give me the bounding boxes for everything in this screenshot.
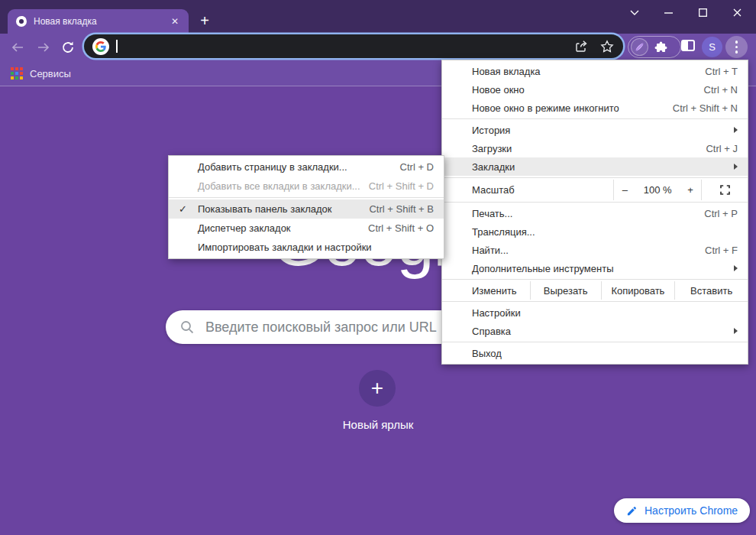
title-bar: Новая вкладка ✕ + — [0, 0, 756, 34]
fullscreen-icon — [720, 185, 730, 195]
reload-button[interactable] — [57, 36, 79, 59]
address-bar[interactable] — [84, 34, 623, 58]
submenu-arrow-icon — [734, 265, 738, 271]
browser-menu-button[interactable] — [725, 36, 748, 58]
three-dots-icon — [735, 41, 738, 54]
menu-item-exit[interactable]: Выход — [442, 344, 748, 362]
paste-button[interactable]: Вставить — [674, 281, 748, 300]
extensions-pill — [628, 36, 681, 58]
feather-extension-icon — [634, 41, 645, 53]
puzzle-icon — [654, 41, 667, 54]
browser-menu: Новая вкладка Ctrl + T Новое окно Ctrl +… — [441, 60, 748, 365]
checkmark-icon: ✓ — [179, 203, 187, 215]
menu-item-downloads[interactable]: Загрузки Ctrl + J — [442, 139, 748, 157]
close-window-button[interactable] — [720, 0, 754, 25]
extension-button[interactable] — [631, 38, 648, 56]
bookmark-star-button[interactable] — [599, 39, 615, 54]
tab-close-icon[interactable]: ✕ — [169, 16, 181, 27]
browser-window: Новая вкладка ✕ + — [0, 0, 756, 535]
bookmark-services[interactable]: Сервисы — [30, 68, 71, 79]
star-icon — [600, 40, 614, 54]
menu-item-edit: Изменить Вырезать Копировать Вставить — [442, 281, 748, 300]
maximize-button[interactable] — [686, 0, 720, 25]
window-controls — [617, 0, 754, 25]
menu-item-find[interactable]: Найти... Ctrl + F — [442, 241, 748, 259]
extensions-button[interactable] — [654, 41, 667, 54]
zoom-in-button[interactable]: + — [687, 184, 693, 196]
plus-icon: + — [200, 12, 209, 30]
submenu-item-show-bookmarks-bar[interactable]: ✓ Показывать панель закладок Ctrl + Shif… — [169, 199, 444, 219]
submenu-item-add-all-tabs: Добавить все вкладки в закладки... Ctrl … — [169, 177, 444, 196]
submenu-item-add-page[interactable]: Добавить страницу в закладки... Ctrl + D — [169, 157, 444, 177]
customize-chrome-button[interactable]: Настроить Chrome — [614, 498, 750, 523]
share-icon — [574, 40, 588, 53]
zoom-level: 100 % — [644, 184, 672, 196]
menu-item-cast[interactable]: Трансляция... — [442, 222, 748, 241]
minimize-icon — [664, 12, 673, 14]
menu-item-zoom: Масштаб – 100 % + — [442, 180, 748, 200]
maximize-icon — [699, 8, 707, 17]
zoom-out-button[interactable]: – — [622, 184, 628, 196]
window-menu-chevron-button[interactable] — [617, 0, 651, 25]
google-g-icon — [95, 41, 106, 52]
menu-item-settings[interactable]: Настройки — [442, 303, 748, 322]
menu-item-print[interactable]: Печать... Ctrl + P — [442, 204, 748, 222]
menu-item-new-tab[interactable]: Новая вкладка Ctrl + T — [442, 62, 748, 80]
minimize-button[interactable] — [651, 0, 686, 25]
copy-button[interactable]: Копировать — [601, 281, 675, 300]
menu-separator — [442, 202, 748, 203]
add-shortcut-button[interactable]: + — [359, 370, 396, 407]
google-favicon — [92, 38, 109, 55]
pencil-icon — [626, 505, 638, 517]
menu-item-more-tools[interactable]: Дополнительные инструменты — [442, 259, 748, 277]
menu-separator — [442, 279, 748, 280]
search-placeholder: Введите поисковый запрос или URL — [205, 319, 437, 336]
search-icon — [179, 319, 195, 335]
menu-item-history[interactable]: История — [442, 121, 748, 139]
toolbar: S — [0, 34, 756, 61]
plus-icon: + — [371, 376, 383, 400]
side-panel-icon — [681, 40, 695, 51]
menu-item-new-window[interactable]: Новое окно Ctrl + N — [442, 80, 748, 99]
menu-separator — [442, 342, 748, 342]
submenu-arrow-icon — [734, 127, 738, 133]
profile-avatar[interactable]: S — [702, 37, 722, 57]
tab-title: Новая вкладка — [34, 16, 97, 27]
chrome-favicon-icon — [15, 15, 27, 28]
text-cursor — [116, 40, 118, 53]
submenu-item-import-bookmarks[interactable]: Импортировать закладки и настройки — [169, 238, 444, 257]
submenu-arrow-icon — [734, 164, 738, 170]
forward-arrow-icon — [37, 41, 50, 54]
menu-separator — [442, 301, 748, 302]
forward-button[interactable] — [32, 36, 55, 59]
menu-item-incognito[interactable]: Новое окно в режиме инкогнито Ctrl + Shi… — [442, 99, 748, 117]
fullscreen-button[interactable] — [701, 180, 748, 200]
browser-tab[interactable]: Новая вкладка ✕ — [8, 9, 189, 34]
side-panel-button[interactable] — [681, 40, 695, 54]
menu-item-help[interactable]: Справка — [442, 322, 748, 340]
bookmarks-submenu: Добавить страницу в закладки... Ctrl + D… — [168, 155, 444, 259]
apps-grid-icon[interactable] — [11, 67, 23, 79]
chevron-down-icon — [630, 10, 639, 15]
share-button[interactable] — [573, 39, 589, 54]
new-tab-button[interactable]: + — [194, 10, 215, 31]
avatar-initial: S — [709, 41, 716, 53]
close-icon — [733, 8, 741, 17]
add-shortcut-label: Новый ярлык — [0, 418, 756, 431]
menu-separator — [442, 118, 748, 119]
back-button[interactable] — [6, 36, 29, 59]
menu-separator — [169, 197, 444, 198]
menu-item-bookmarks[interactable]: Закладки — [442, 157, 748, 176]
menu-separator — [442, 177, 748, 178]
edit-label: Изменить — [442, 281, 530, 300]
reload-icon — [61, 41, 75, 54]
submenu-arrow-icon — [734, 328, 738, 334]
submenu-item-bookmark-manager[interactable]: Диспетчер закладок Ctrl + Shift + O — [169, 219, 444, 238]
back-arrow-icon — [11, 41, 24, 54]
customize-chrome-label: Настроить Chrome — [645, 504, 738, 517]
cut-button[interactable]: Вырезать — [530, 281, 601, 300]
